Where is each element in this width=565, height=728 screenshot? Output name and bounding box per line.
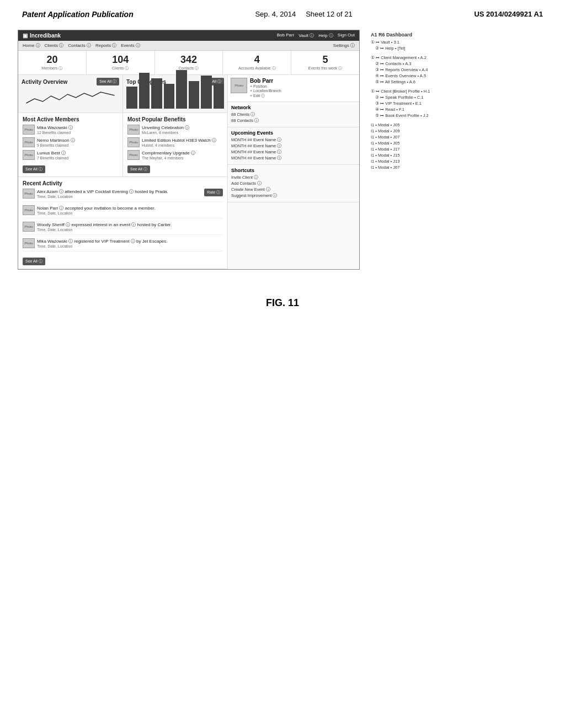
member-info-2: Nemo Martinson ⓘ 9 Benefits claimed bbox=[37, 137, 75, 147]
publication-title: Patent Application Publication bbox=[22, 10, 134, 19]
member-photo-2: Photo bbox=[23, 137, 35, 147]
sidebar-read: ④ ↦ Read • F.1 bbox=[375, 107, 532, 112]
figure-label: FIG. 11 bbox=[266, 297, 299, 308]
member-name-1: Mika Wazowski ⓘ bbox=[37, 125, 73, 131]
member-sub-1: 12 Benefits claimed bbox=[37, 131, 73, 135]
sidebar-client-mgmt: ① ↦ Client Management • A.2 bbox=[371, 55, 532, 60]
figure-caption: FIG. 11 bbox=[0, 292, 565, 314]
upcoming-events-section: Upcoming Events MONTH ## Event Name ⓘ MO… bbox=[228, 127, 359, 165]
cat-bar-8 bbox=[214, 84, 225, 109]
members-benefits-row: Most Active Members Photo Mika Wazowski … bbox=[18, 113, 227, 177]
recent-activity-title: Recent Activity bbox=[23, 180, 223, 186]
sidebar-vault: ① ↦ Vault • 3.1 bbox=[371, 40, 532, 45]
sidebar-section-modals: I1 • Modal • J05 I1 • Modal • J09 I1 • M… bbox=[371, 122, 532, 170]
member-info-3: Lunius Best ⓘ 7 Benefits claimed bbox=[37, 150, 68, 160]
benefit-photo-2: Photo bbox=[127, 137, 140, 147]
nav-contacts[interactable]: Contacts ⓘ bbox=[68, 42, 91, 49]
nav-user[interactable]: Bob Parr bbox=[277, 33, 295, 39]
activity-content-1: Alex Azam ⓘ attended a VIP Cocktail Even… bbox=[37, 189, 202, 199]
profile-position: + Position bbox=[250, 84, 281, 88]
main-area: ▣ Incredibank Bob Parr Vault ⓘ Help ⓘ Si… bbox=[0, 24, 565, 275]
sidebar-reports: ③ ↦ Reports Overview • A.4 bbox=[375, 67, 532, 72]
benefits-see-all-btn[interactable]: See All ⓘ bbox=[127, 165, 150, 173]
network-section: Network 88 Clients ⓘ 88 Contacts ⓘ bbox=[228, 102, 359, 127]
benefit-info-2: Limited Edition Hublot H3E3 Watch ⓘ Hubl… bbox=[142, 137, 216, 147]
cat-bar-1 bbox=[126, 87, 137, 109]
overview-row: Activity Overview See All ⓘ bbox=[18, 75, 227, 113]
sidebar-client-profile: ① ↦ Client [Broker] Profile • H.1 bbox=[371, 89, 532, 94]
profile-info: Bob Parr + Position + Location/Branch + … bbox=[250, 78, 281, 99]
shortcut-create-event[interactable]: Create New Event ⓘ bbox=[231, 187, 356, 192]
benefit-photo-3: Photo bbox=[127, 150, 140, 160]
stats-row: 20 Members ⓘ 104 Clients ⓘ 342 Contacts … bbox=[18, 51, 359, 75]
stat-accounts-label: Accounts Available ⓘ bbox=[227, 66, 286, 71]
activity-sub-1: Time, Date, Location bbox=[37, 195, 202, 199]
sidebar-modal-2: I1 • Modal • J09 bbox=[371, 129, 532, 133]
sidebar-modal-3: I1 • Modal • J07 bbox=[371, 135, 532, 140]
event-item-2: MONTH ## Event Name ⓘ bbox=[231, 143, 356, 149]
nav-vault[interactable]: Vault ⓘ bbox=[299, 33, 314, 39]
stat-clients: 104 Clients ⓘ bbox=[87, 51, 155, 74]
top-cat-chart bbox=[126, 88, 224, 110]
profile-photo: Photo bbox=[231, 78, 247, 93]
benefit-sub-2: Hublot, 4 members bbox=[142, 143, 216, 147]
stat-members-label: Members ⓘ bbox=[23, 66, 82, 71]
profile-location: + Location/Branch bbox=[250, 89, 281, 93]
benefit-name-3: Complimentary Upgrade ⓘ bbox=[142, 150, 195, 156]
network-contacts-label: Contacts ⓘ bbox=[237, 118, 259, 123]
sidebar-section-vault: ① ↦ Vault • 3.1 ② ↦ Help • [Tel] bbox=[371, 40, 532, 51]
stat-events-label: Events this week ⓘ bbox=[296, 66, 355, 71]
brand-icon: ▣ bbox=[23, 33, 28, 39]
members-see-all-btn[interactable]: See All ⓘ bbox=[23, 165, 45, 173]
member-item-2: Photo Nemo Martinson ⓘ 9 Benefits claime… bbox=[23, 137, 118, 147]
nav-home[interactable]: Home ⓘ bbox=[23, 42, 40, 49]
sidebar-events: ④ ↦ Events Overview • A.5 bbox=[375, 73, 532, 78]
activity-rate-btn[interactable]: Rate ⓘ bbox=[204, 189, 223, 196]
activity-see-all-btn[interactable]: See All ⓘ bbox=[97, 78, 119, 85]
recent-activity-see-all-btn[interactable]: See All ⓘ bbox=[23, 258, 45, 265]
ui-mockup: ▣ Incredibank Bob Parr Vault ⓘ Help ⓘ Si… bbox=[18, 30, 360, 270]
top-categories-section: Top Categories See All ⓘ bbox=[123, 75, 227, 113]
stat-clients-number: 104 bbox=[91, 54, 150, 66]
sidebar-modal-6: I1 • Modal • J15 bbox=[371, 153, 532, 158]
shortcuts-title: Shortcuts bbox=[231, 168, 356, 173]
activity-chart-svg bbox=[22, 88, 119, 107]
nav-events[interactable]: Events ⓘ bbox=[121, 42, 140, 49]
nav-reports[interactable]: Reports ⓘ bbox=[95, 42, 116, 49]
cat-bar-2 bbox=[139, 73, 150, 109]
most-active-members-section: Most Active Members Photo Mika Wazowski … bbox=[18, 113, 123, 177]
sidebar-vip: ③ ↦ VIP Treatment • E.1 bbox=[375, 101, 532, 106]
network-clients-label: Clients ⓘ bbox=[237, 112, 255, 117]
stat-events-number: 5 bbox=[296, 54, 355, 66]
sidebar-help: ② ↦ Help • [Tel] bbox=[375, 46, 532, 51]
shortcut-suggest[interactable]: Suggest Improvement ⓘ bbox=[231, 193, 356, 199]
nav-clients[interactable]: Clients ⓘ bbox=[45, 42, 64, 49]
sidebar-book-event: ⑤ ↦ Book Event Profile • J.2 bbox=[375, 113, 532, 118]
activity-text-1: Alex Azam ⓘ attended a VIP Cocktail Even… bbox=[37, 189, 202, 195]
network-clients: 88 Clients ⓘ bbox=[231, 112, 356, 117]
stat-events: 5 Events this week ⓘ bbox=[291, 51, 359, 74]
sidebar-panel: A1 R6 Dashboard ① ↦ Vault • 3.1 ② ↦ Help… bbox=[369, 30, 534, 270]
member-name-2: Nemo Martinson ⓘ bbox=[37, 137, 75, 143]
nav-help[interactable]: Help ⓘ bbox=[318, 33, 333, 39]
content-wrapper: ▣ Incredibank Bob Parr Vault ⓘ Help ⓘ Si… bbox=[18, 30, 547, 270]
event-item-3: MONTH ## Event Name ⓘ bbox=[231, 149, 356, 155]
event-item-1: MONTH ## Event Name ⓘ bbox=[231, 137, 356, 143]
nav-settings[interactable]: Settings ⓘ bbox=[333, 42, 355, 49]
sidebar-contacts: ② ↦ Contacts • A.3 bbox=[375, 61, 532, 66]
sidebar-section-management: ① ↦ Client Management • A.2 ② ↦ Contacts… bbox=[371, 55, 532, 84]
activity-item-4: Photo Mika Wazowski ⓘ registered for VIP… bbox=[23, 238, 223, 251]
member-sub-3: 7 Benefits claimed bbox=[37, 156, 68, 160]
sidebar-modal-5: I1 • Modal • J17 bbox=[371, 147, 532, 152]
network-contacts: 88 Contacts ⓘ bbox=[231, 118, 356, 124]
shortcut-add-contacts[interactable]: Add Contacts ⓘ bbox=[231, 181, 356, 186]
member-item-1: Photo Mika Wazowski ⓘ 12 Benefits claime… bbox=[23, 125, 118, 135]
nav-signout[interactable]: Sign Out bbox=[338, 33, 355, 39]
profile-edit[interactable]: + Edit ⓘ bbox=[250, 93, 281, 99]
stat-contacts: 342 Contacts ⓘ bbox=[155, 51, 223, 74]
header-center: Sep. 4, 2014 Sheet 12 of 21 bbox=[255, 10, 352, 18]
shortcut-invite[interactable]: Invite Client ⓘ bbox=[231, 175, 356, 180]
cat-bar-5 bbox=[176, 70, 187, 109]
publication-date: Sep. 4, 2014 bbox=[255, 10, 296, 18]
mockup-main: Activity Overview See All ⓘ bbox=[18, 75, 359, 269]
